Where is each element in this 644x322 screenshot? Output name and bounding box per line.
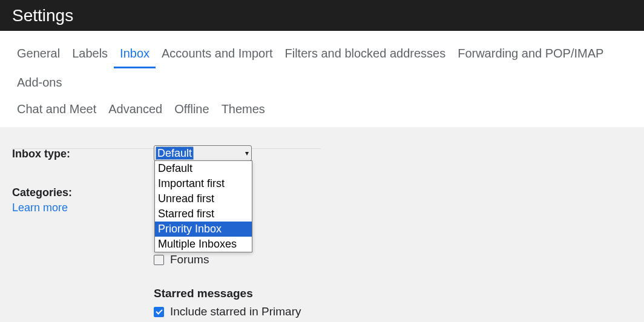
tabs-row-2: Chat and Meet Advanced Offline Themes (11, 97, 633, 127)
forums-checkbox[interactable] (154, 255, 164, 265)
inbox-type-select[interactable]: Default ▾ Default Important first Unread… (154, 145, 252, 161)
settings-controls-col: Default ▾ Default Important first Unread… (154, 145, 632, 318)
dropdown-option-unread-first[interactable]: Unread first (155, 191, 252, 206)
tab-accounts-import[interactable]: Accounts and Import (156, 39, 278, 68)
include-starred-checkbox[interactable] (154, 307, 164, 317)
forums-label: Forums (170, 253, 209, 266)
include-starred-label: Include starred in Primary (170, 305, 301, 318)
tab-forwarding-pop-imap[interactable]: Forwarding and POP/IMAP (452, 39, 610, 68)
tab-offline[interactable]: Offline (168, 97, 215, 122)
tab-add-ons[interactable]: Add-ons (11, 68, 68, 97)
dropdown-option-multiple-inboxes[interactable]: Multiple Inboxes (155, 237, 252, 252)
include-starred-row: Include starred in Primary (154, 305, 632, 318)
learn-more-link[interactable]: Learn more (12, 202, 68, 214)
chevron-down-icon: ▾ (245, 149, 249, 157)
page-title: Settings (12, 6, 73, 25)
tab-chat-meet[interactable]: Chat and Meet (11, 97, 102, 122)
dropdown-option-starred-first[interactable]: Starred first (155, 206, 252, 222)
settings-main: Inbox type: Categories: Learn more Defau… (0, 127, 644, 318)
dropdown-option-default[interactable]: Default (155, 161, 252, 176)
dropdown-option-priority-inbox[interactable]: Priority Inbox (155, 222, 252, 237)
tab-themes[interactable]: Themes (215, 97, 271, 122)
tabs-container: General Labels Inbox Accounts and Import… (0, 31, 644, 127)
tabs-row-1: General Labels Inbox Accounts and Import… (11, 31, 633, 97)
dropdown-option-important-first[interactable]: Important first (155, 176, 252, 191)
inbox-type-selected-value: Default (156, 146, 194, 160)
settings-labels-col: Inbox type: Categories: Learn more (12, 145, 154, 318)
inbox-type-label: Inbox type: (12, 148, 70, 160)
categories-label: Categories: (12, 186, 154, 199)
categories-label-row: Categories: Learn more (12, 186, 154, 214)
tab-inbox[interactable]: Inbox (114, 39, 156, 68)
category-forums-row: Forums (154, 253, 632, 266)
starred-messages-heading: Starred messages (154, 287, 632, 300)
tab-filters-blocked[interactable]: Filters and blocked addresses (278, 39, 452, 68)
settings-header: Settings (0, 0, 644, 31)
tab-advanced[interactable]: Advanced (102, 97, 168, 122)
tab-labels[interactable]: Labels (66, 39, 114, 68)
inbox-type-dropdown: Default Important first Unread first Sta… (154, 160, 252, 252)
tab-general[interactable]: General (11, 39, 66, 68)
